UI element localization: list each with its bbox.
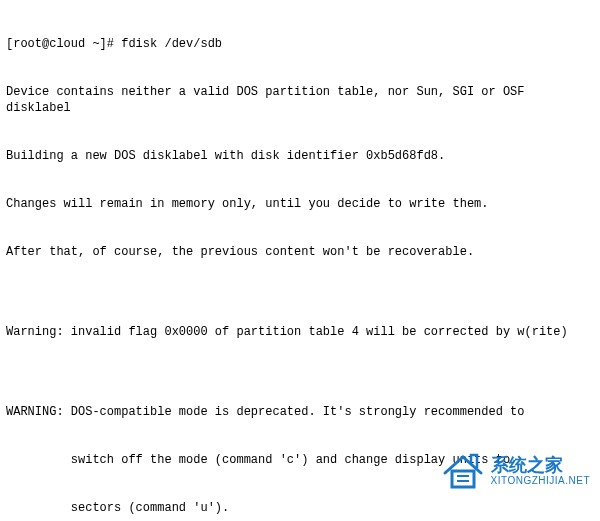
watermark-url: XITONGZHIJIA.NET	[491, 475, 591, 486]
shell-prompt: [root@cloud ~]#	[6, 37, 121, 51]
watermark-text: 系统之家 XITONGZHIJIA.NET	[491, 456, 591, 487]
prompt-line: [root@cloud ~]# fdisk /dev/sdb	[6, 36, 594, 52]
watermark-title: 系统之家	[491, 456, 591, 476]
house-icon	[441, 451, 485, 491]
output-line: Warning: invalid flag 0x0000 of partitio…	[6, 324, 594, 340]
typed-command: fdisk /dev/sdb	[121, 37, 222, 51]
output-line: sectors (command 'u').	[6, 500, 594, 516]
output-line: WARNING: DOS-compatible mode is deprecat…	[6, 404, 594, 420]
output-line: Device contains neither a valid DOS part…	[6, 84, 594, 116]
output-line: Building a new DOS disklabel with disk i…	[6, 148, 594, 164]
svg-rect-0	[452, 471, 474, 487]
output-line: Changes will remain in memory only, unti…	[6, 196, 594, 212]
output-line: After that, of course, the previous cont…	[6, 244, 594, 260]
watermark: 系统之家 XITONGZHIJIA.NET	[441, 451, 591, 491]
terminal-output: [root@cloud ~]# fdisk /dev/sdb Device co…	[6, 4, 594, 521]
